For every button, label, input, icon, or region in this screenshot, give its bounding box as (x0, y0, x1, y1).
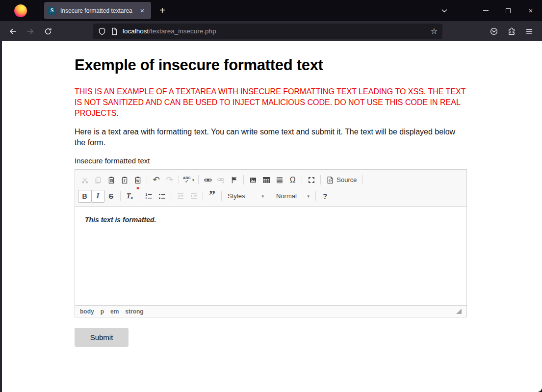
indent-button[interactable] (187, 190, 200, 203)
undo-button[interactable]: ↶ (150, 174, 163, 186)
new-tab-button[interactable]: + (155, 3, 170, 18)
toolbar-separator (179, 175, 179, 184)
description-text: Here is a text area with formatting text… (75, 127, 467, 148)
redo-button[interactable]: ↷ (163, 174, 176, 186)
toolbar-row-1: T W ↶ ↷ (78, 172, 464, 188)
url-bar[interactable]: localhost/textarea_insecure.php ☆ (93, 24, 442, 39)
strikethrough-button[interactable]: S (104, 190, 118, 203)
editor-content-area[interactable]: This text is formatted. (75, 207, 466, 305)
toolbar-separator (362, 175, 363, 184)
menu-button[interactable] (520, 24, 538, 39)
extensions-button[interactable] (503, 24, 520, 39)
reload-button[interactable] (39, 24, 57, 39)
svg-text:1: 1 (145, 192, 147, 196)
italic-icon: I (97, 192, 100, 200)
image-button[interactable] (246, 174, 259, 186)
outdent-icon (177, 192, 184, 200)
url-path: /textarea_insecure.php (149, 27, 216, 35)
blockquote-button[interactable]: ” (206, 190, 219, 203)
table-button[interactable] (259, 174, 273, 186)
toolbar-separator (198, 175, 199, 184)
source-button[interactable]: Source (323, 174, 360, 186)
page-title: Exemple of insecure formatted text (75, 56, 542, 75)
field-label: Insecure formatted text (75, 156, 542, 166)
forward-button[interactable] (22, 24, 39, 39)
warning-text: THIS IS AN EXAMPLE OF A TEXTAREA WITH IN… (75, 86, 467, 119)
bookmark-star-button[interactable]: ☆ (431, 26, 438, 36)
strikethrough-icon: S (109, 192, 113, 200)
horizontal-rule-button[interactable] (273, 174, 286, 186)
cut-button[interactable] (78, 174, 91, 186)
bulleted-list-button[interactable] (155, 190, 168, 203)
svg-text:2: 2 (145, 196, 147, 200)
numbered-list-button[interactable]: 1 2 (142, 190, 155, 203)
path-item-em[interactable]: em (110, 308, 119, 315)
window-controls: × (474, 0, 542, 21)
anchor-button[interactable] (228, 174, 241, 186)
tab-close-button[interactable]: × (137, 6, 147, 16)
paste-button[interactable] (104, 174, 118, 186)
firefox-button[interactable] (0, 0, 41, 21)
paste-word-icon: W (134, 176, 142, 184)
outdent-button[interactable] (174, 190, 187, 203)
pocket-button[interactable] (485, 24, 503, 39)
copy-button[interactable] (91, 174, 104, 186)
unlink-button[interactable] (214, 174, 228, 186)
path-item-body[interactable]: body (80, 308, 94, 315)
italic-button[interactable]: I (91, 190, 104, 203)
spellcheck-button[interactable]: ABC ✓ ▾ (181, 174, 196, 186)
resize-handle[interactable] (456, 309, 462, 314)
browser-tab[interactable]: S Insecure formatted textarea × (44, 2, 151, 19)
browser-window: S Insecure formatted textarea × + × (0, 0, 542, 392)
link-button[interactable] (201, 174, 214, 186)
toolbar-separator (139, 191, 139, 201)
chevron-down-icon: ▾ (307, 194, 310, 199)
flag-icon (231, 176, 238, 184)
bulleted-list-icon (158, 192, 166, 200)
paste-from-word-button[interactable]: W (131, 174, 144, 186)
page-info-icon[interactable] (110, 27, 118, 35)
hamburger-icon (525, 27, 533, 35)
format-combo[interactable]: Normal ▾ (273, 190, 313, 203)
toolbar-separator (171, 191, 171, 201)
titlebar: S Insecure formatted textarea × + × (0, 0, 542, 21)
firefox-logo-icon (14, 4, 27, 17)
formatted-text: This text is formatted. (85, 216, 457, 224)
paste-plain-text-button[interactable]: T (118, 174, 131, 186)
about-button[interactable]: ? (318, 190, 332, 203)
redo-icon: ↷ (166, 176, 173, 184)
remove-format-icon: T (127, 192, 131, 200)
paste-icon (107, 176, 115, 184)
toolbar-row-2: B I S Tx 1 2 (78, 188, 464, 204)
remove-format-button[interactable]: Tx (123, 190, 136, 203)
submit-button[interactable]: Submit (75, 328, 129, 347)
svg-text:T: T (123, 179, 126, 183)
link-icon (204, 176, 212, 184)
path-item-strong[interactable]: strong (125, 308, 143, 315)
path-item-p[interactable]: p (101, 308, 104, 315)
unlink-icon (217, 176, 225, 184)
minimize-button[interactable] (474, 0, 497, 21)
notification-dot (136, 187, 139, 189)
horizontal-rule-icon (276, 176, 284, 184)
help-icon: ? (323, 192, 327, 200)
list-tabs-button[interactable] (437, 3, 452, 18)
forward-arrow-icon (26, 27, 34, 35)
toolbar-separator (270, 191, 270, 201)
undo-icon: ↶ (153, 176, 159, 184)
navbar-right-icons (485, 24, 538, 39)
styles-combo[interactable]: Styles ▾ (224, 190, 267, 203)
bold-button[interactable]: B (78, 190, 91, 203)
toolbar-separator (320, 175, 321, 184)
navigation-bar: localhost/textarea_insecure.php ☆ (0, 21, 542, 41)
tracking-shield-icon[interactable] (98, 27, 106, 35)
bold-icon: B (82, 192, 87, 200)
close-button[interactable]: × (519, 0, 542, 21)
special-character-button[interactable]: Ω (286, 174, 299, 186)
toolbar-separator (147, 175, 147, 184)
maximize-editor-button[interactable] (305, 174, 318, 186)
back-button[interactable] (4, 24, 22, 39)
maximize-button[interactable] (497, 0, 519, 21)
expand-icon (308, 176, 315, 184)
editor-statusbar: body p em strong (75, 305, 466, 317)
